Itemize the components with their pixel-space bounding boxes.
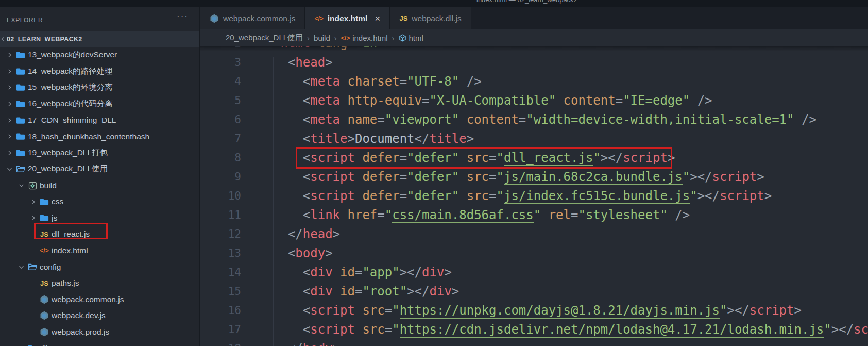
breadcrumb-item-build[interactable]: build (314, 34, 330, 42)
tree-item-16-webpack[interactable]: 16_webpack的代码分离 (0, 96, 199, 112)
chevron-right-icon[interactable] (28, 215, 38, 221)
code-line-5[interactable]: 5 <meta http-equiv="X-UA-Compatible" con… (200, 91, 868, 110)
chevron-right-icon[interactable] (4, 101, 14, 107)
chevron-right-icon[interactable] (4, 68, 14, 75)
folder-open-icon (16, 165, 25, 173)
tree-item-css[interactable]: css (0, 193, 199, 210)
tree-root-folder[interactable]: 02_LEARN_WEBPACK2 (0, 31, 199, 47)
code-line-14[interactable]: 14 <div id="app"></div> (200, 263, 868, 282)
tree-item-label: 17_CDN_shimming_DLL (28, 116, 116, 125)
sidebar-editor-divider[interactable] (199, 0, 200, 346)
chevron-down-icon[interactable] (4, 166, 14, 172)
chevron-right-icon[interactable] (4, 117, 14, 124)
chevron-right-icon[interactable] (4, 150, 14, 156)
code-line-8[interactable]: 8 <script defer="defer" src="dll_react.j… (200, 149, 868, 168)
chevron-down-icon[interactable] (0, 34, 7, 44)
chevron-right-icon[interactable] (4, 133, 14, 140)
close-icon[interactable]: × (375, 13, 380, 23)
more-actions-icon[interactable]: ··· (177, 11, 189, 22)
line-number[interactable]: 4 (200, 72, 241, 91)
tree-item-18-hash-chunkhash-contenthash[interactable]: 18_hash_chunkhash_contenthash (0, 128, 199, 145)
code-line-4[interactable]: 4 <meta charset="UTF-8" /> (200, 72, 868, 91)
tab-webpack-dll-js[interactable]: JSwebpack.dll.js (390, 7, 471, 29)
tree-item-label: 18_hash_chunkhash_contenthash (28, 132, 149, 141)
line-number[interactable]: 13 (200, 244, 241, 263)
code-editor[interactable]: 2<html lang="en">3 <head>4 <meta charset… (200, 46, 868, 346)
tree-item-config[interactable]: config (0, 259, 199, 275)
breadcrumb-label: html (409, 34, 423, 42)
breadcrumb-item-20-webpack-dll[interactable]: 20_webpack_DLL使用 (226, 33, 303, 43)
code-line-9[interactable]: 9 <script defer="defer" src="js/main.68c… (200, 168, 868, 187)
line-number[interactable]: 17 (200, 320, 241, 339)
line-number[interactable]: 9 (200, 168, 241, 187)
chevron-down-icon[interactable] (16, 182, 26, 189)
code-line-15[interactable]: 15 <div id="root"></div> (200, 282, 868, 301)
code-text: <title>Document</title> (273, 129, 474, 149)
tree-item-webpack-common-js[interactable]: webpack.common.js (0, 291, 199, 308)
tree-item-js[interactable]: js (0, 210, 199, 226)
line-number[interactable]: 15 (200, 282, 241, 301)
code-line-6[interactable]: 6 <meta name="viewport" content="width=d… (200, 110, 868, 129)
chevron-right-icon[interactable] (4, 84, 14, 91)
icon-slot (38, 198, 50, 206)
line-number[interactable]: 8 (200, 149, 241, 168)
line-number[interactable]: 5 (200, 91, 241, 110)
tree-item-15-webpack[interactable]: 15_webpack的环境分离 (0, 79, 199, 96)
tab-index-html[interactable]: </>index.html× (305, 7, 390, 29)
line-number[interactable]: 7 (200, 129, 241, 149)
tree-item-build[interactable]: build (0, 177, 199, 194)
folder-icon (16, 84, 25, 91)
code-line-11[interactable]: 11 <link href="css/main.8d56af.css" rel=… (200, 206, 868, 225)
folder-icon (16, 68, 25, 75)
icon-slot (38, 327, 50, 337)
tree-item-dll-react-js[interactable]: JSdll_react.js (0, 226, 199, 243)
tab-webpack-common-js[interactable]: webpack.common.js (200, 7, 305, 29)
chevron-right-icon[interactable] (28, 199, 38, 205)
code-text: <script defer="defer" src="js/main.68c2c… (273, 168, 764, 187)
icon-slot (14, 84, 27, 91)
tree-item-label: 15_webpack的环境分离 (28, 82, 113, 93)
code-line-17[interactable]: 17 <script src="https://cdn.jsdelivr.net… (200, 320, 868, 339)
editor-tab-bar: webpack.common.js</>index.html×JSwebpack… (200, 7, 868, 29)
line-number[interactable]: 12 (200, 225, 241, 244)
tree-item-20-webpack-dll[interactable]: 20_webpack_DLL使用 (0, 161, 199, 177)
tree-item-19-webpack-dll[interactable]: 19_webpack_DLL打包 (0, 145, 199, 161)
tree-item-paths-js[interactable]: JSpaths.js (0, 275, 199, 291)
tree-item-index-html[interactable]: </>index.html (0, 242, 199, 259)
tree-item-14-webpack[interactable]: 14_webpack的路径处理 (0, 63, 199, 80)
code-text: <script defer="defer" src="dll_react.js"… (273, 149, 675, 168)
code-line-13[interactable]: 13 <body> (200, 244, 868, 263)
line-number[interactable]: 14 (200, 263, 241, 282)
chevron-down-icon[interactable] (16, 263, 26, 270)
icon-slot (26, 182, 39, 190)
tree-item-13-webpack-devserver[interactable]: 13_webpack的devServer (0, 47, 199, 63)
code-line-7[interactable]: 7 <title>Document</title> (200, 129, 868, 149)
folder-icon (16, 149, 25, 157)
code-text: <div id="root"></div> (273, 282, 459, 301)
code-line-10[interactable]: 10 <script defer="defer" src="js/index.f… (200, 187, 868, 206)
line-number[interactable]: 10 (200, 187, 241, 206)
code-text: </body> (273, 339, 340, 346)
line-number[interactable]: 6 (200, 110, 241, 129)
chevron-right-icon[interactable] (4, 52, 14, 58)
line-number[interactable]: 2 (200, 46, 241, 53)
code-line-16[interactable]: 16 <script src="https://unpkg.com/dayjs@… (200, 301, 868, 320)
tree-item-17-cdn-shimming-dll[interactable]: 17_CDN_shimming_DLL (0, 112, 199, 128)
code-line-18[interactable]: 18 </body> (200, 339, 868, 346)
line-number[interactable]: 3 (200, 53, 241, 72)
icon-slot (26, 263, 39, 271)
code-line-2[interactable]: 2<html lang="en"> (200, 46, 868, 53)
tree-item-dll[interactable]: dll (0, 340, 199, 346)
line-number[interactable]: 18 (200, 339, 241, 346)
tree-item-webpack-prod-js[interactable]: webpack.prod.js (0, 324, 199, 340)
webpack-icon (40, 311, 49, 320)
code-line-12[interactable]: 12 </head> (200, 225, 868, 244)
line-number[interactable]: 16 (200, 301, 241, 320)
tree-item-webpack-dev-js[interactable]: webpack.dev.js (0, 308, 199, 324)
breadcrumb-item-index-html[interactable]: </>index.html (341, 34, 388, 42)
icon-slot: JS (38, 230, 50, 238)
breadcrumb-item-html[interactable]: html (399, 34, 423, 42)
code-line-3[interactable]: 3 <head> (200, 53, 868, 72)
line-number[interactable]: 11 (200, 206, 241, 225)
icon-slot (38, 311, 50, 320)
